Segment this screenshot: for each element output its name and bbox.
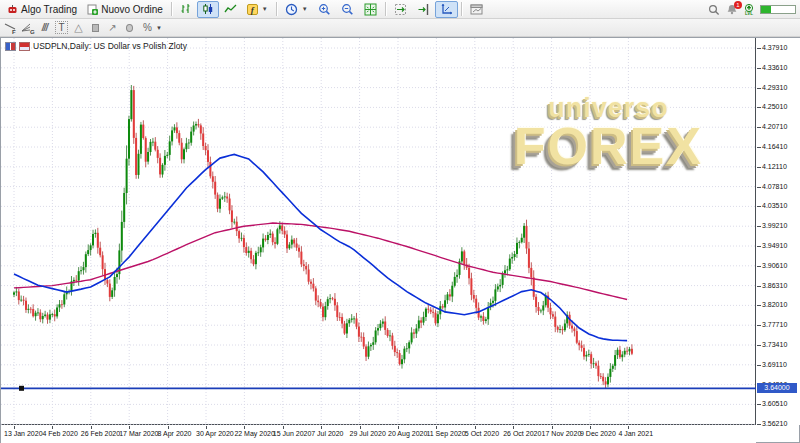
lvl-indicator[interactable]: LVL — [744, 4, 754, 15]
chevron-down-icon: ▼ — [302, 6, 308, 12]
zoom-in-icon — [318, 3, 331, 16]
zoom-in-button[interactable] — [313, 1, 336, 18]
templates-button[interactable] — [465, 1, 489, 18]
candlestick-chart-button[interactable] — [197, 1, 219, 18]
price-axis-label: 3.94910 — [762, 242, 787, 249]
price-axis-label: 3.60510 — [762, 400, 787, 407]
price-axis-label: 3.56210 — [762, 420, 787, 427]
indicators-icon: f — [247, 4, 258, 15]
percent-icon: % — [143, 22, 152, 33]
bar-chart-button[interactable] — [175, 1, 197, 18]
price-axis-label: 3.99210 — [762, 222, 787, 229]
symbol-flag-icon — [19, 42, 30, 51]
date-axis-label: 22 May 2020 — [234, 430, 274, 437]
lvl-label: LVL — [745, 12, 753, 15]
clock-icon — [285, 3, 298, 16]
arrow-tool-button[interactable]: ↗ — [104, 19, 121, 36]
svg-text:F: F — [12, 28, 16, 34]
chevron-down-icon: ▼ — [156, 25, 162, 31]
date-axis-label: 13 Jan 2020 — [4, 430, 43, 437]
main-toolbar: Algo Trading Nuovo Ordine f ▼ ▼ — [0, 0, 800, 19]
progress-fill — [761, 6, 771, 13]
date-axis-label: 11 Sep 2020 — [426, 430, 465, 437]
tile-windows-button[interactable] — [359, 1, 382, 18]
chart-shift-button[interactable] — [412, 1, 435, 18]
auto-scroll-button[interactable] — [389, 1, 412, 18]
price-axis-label: 4.33610 — [762, 64, 787, 71]
chart-thumbnail-icon — [5, 42, 16, 51]
new-order-icon — [87, 4, 98, 15]
notification-badge: 1 — [734, 1, 742, 9]
price-axis-label: 3.90610 — [762, 262, 787, 269]
rectangle-icon — [92, 24, 99, 32]
rectangle-tool-button[interactable] — [87, 19, 104, 36]
date-axis-label: 30 Apr 2020 — [196, 430, 234, 437]
text-tool-icon: T — [55, 21, 67, 34]
price-axis[interactable]: 3.64000 4.379104.336104.293104.250104.20… — [757, 38, 800, 425]
search-icon[interactable] — [708, 4, 720, 16]
date-axis-label: 17 Mar 2020 — [119, 430, 158, 437]
ellipse-tool-button[interactable] — [121, 19, 138, 36]
separator — [276, 2, 277, 16]
chart-title-bar: USDPLN,Daily: US Dollar vs Polish Zloty — [5, 41, 187, 51]
price-axis-label: 4.25010 — [762, 103, 787, 110]
date-axis-label: 26 Feb 2020 — [81, 430, 120, 437]
zoom-out-button[interactable] — [336, 1, 359, 18]
date-axis-label: 8 Apr 2020 — [158, 430, 192, 437]
price-axis-label: 4.03510 — [762, 202, 787, 209]
price-axis-label: 4.37910 — [762, 44, 787, 51]
algo-trading-button[interactable]: Algo Trading — [2, 1, 82, 18]
zoom-out-icon — [341, 3, 354, 16]
fibonacci-tool-button[interactable]: F — [2, 19, 19, 36]
crosshair-axes-button[interactable] — [435, 1, 458, 18]
date-axis-label: 26 Oct 2020 — [503, 430, 541, 437]
robot-icon — [7, 4, 18, 15]
ma_fast-line[interactable] — [14, 154, 627, 340]
price-axis-label: 3.82010 — [762, 301, 787, 308]
algo-trading-label: Algo Trading — [21, 4, 77, 15]
new-order-button[interactable]: Nuovo Ordine — [82, 1, 168, 18]
price-axis-label: 4.20710 — [762, 123, 787, 130]
axes-icon — [440, 3, 453, 16]
date-axis[interactable]: 13 Jan 20204 Feb 202026 Feb 202017 Mar 2… — [1, 426, 756, 443]
notifications-button[interactable]: 1 — [726, 4, 738, 16]
separator — [171, 2, 172, 16]
fibonacci-icon: F — [4, 22, 18, 34]
triangle-tool-button[interactable]: △ — [70, 19, 87, 36]
line-chart-button[interactable] — [219, 1, 242, 18]
connection-progress-bar — [760, 5, 796, 14]
date-axis-label: 7 Jul 2020 — [311, 430, 343, 437]
channel-tool-button[interactable]: /// — [36, 19, 53, 36]
tile-windows-icon — [364, 3, 377, 16]
date-axis-label: 5 Oct 2020 — [465, 430, 499, 437]
price-axis-label: 3.69110 — [762, 361, 787, 368]
chart-plot-area[interactable]: universo FOREX USDPLN,Daily: US Dollar v… — [1, 38, 756, 425]
text-tool-button[interactable]: T — [53, 19, 70, 36]
price-axis-label: 4.07810 — [762, 183, 787, 190]
bar-chart-icon — [180, 3, 192, 15]
indicators-button[interactable]: f ▼ — [242, 1, 273, 18]
price-axis-label: 4.12110 — [762, 163, 787, 170]
arrow-icon: ↗ — [108, 22, 116, 33]
auto-scroll-icon — [394, 3, 407, 16]
date-axis-label: 9 Dec 2020 — [580, 430, 616, 437]
price-axis-label: 4.29310 — [762, 84, 787, 91]
svg-text:G: G — [30, 28, 35, 34]
ellipse-icon — [126, 24, 133, 32]
watermark-forex: FOREX — [514, 124, 703, 168]
candlestick-chart-icon — [202, 3, 214, 15]
toolbar-right-group: 1 LVL — [708, 2, 796, 17]
line-chart-icon — [224, 3, 237, 15]
price-axis-label: 3.73410 — [762, 341, 787, 348]
percent-tool-button[interactable]: % ▼ — [138, 19, 167, 36]
gann-tool-button[interactable]: G — [19, 19, 36, 36]
broker-watermark: universo FOREX — [514, 93, 703, 168]
date-axis-label: 4 Jan 2021 — [618, 430, 653, 437]
chart-shift-icon — [417, 3, 430, 16]
ma_slow-line[interactable] — [14, 223, 627, 300]
drawing-toolbar: F G /// T △ ↗ % ▼ — [0, 19, 800, 37]
line-anchor-handle[interactable] — [19, 386, 24, 391]
timeframes-button[interactable]: ▼ — [280, 1, 313, 18]
date-axis-label: 20 Aug 2020 — [388, 430, 427, 437]
new-order-label: Nuovo Ordine — [101, 4, 163, 15]
